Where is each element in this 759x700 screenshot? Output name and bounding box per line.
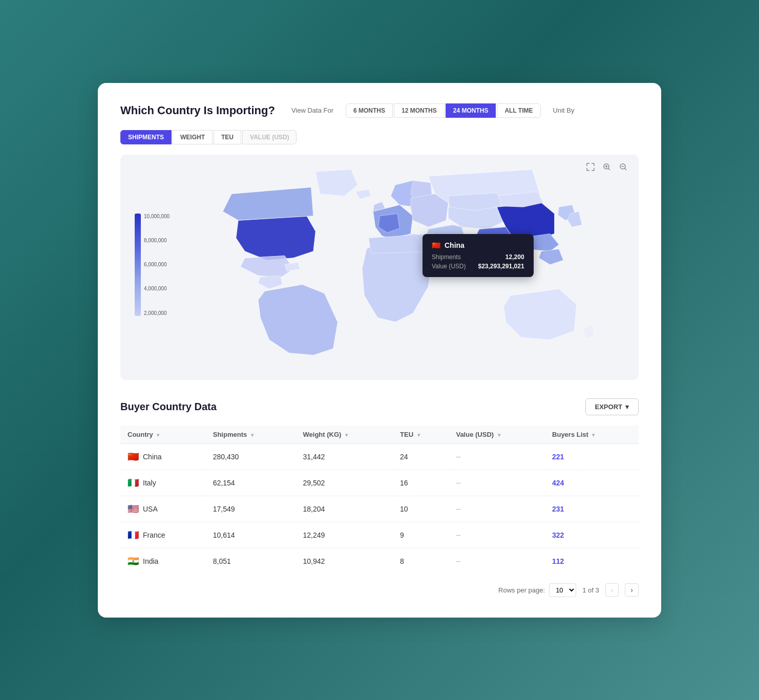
next-page-button[interactable]: › bbox=[625, 583, 639, 597]
flag-4: 🇮🇳 bbox=[128, 556, 139, 567]
legend-label-8m: 8,000,000 bbox=[144, 238, 170, 243]
country-tooltip: 🇨🇳 China Shipments 12,200 Value (USD) $2… bbox=[423, 234, 534, 277]
table-section: Buyer Country Data EXPORT ▾ Country ▾ Sh… bbox=[120, 398, 639, 597]
cell-weight-0: 31,442 bbox=[296, 443, 393, 470]
table-header-row-cols: Country ▾ Shipments ▾ Weight (KG) ▾ TEU … bbox=[120, 426, 639, 444]
export-button[interactable]: EXPORT ▾ bbox=[585, 398, 639, 415]
world-map[interactable] bbox=[166, 163, 628, 357]
cell-value-3: -- bbox=[449, 522, 545, 548]
prev-page-button[interactable]: ‹ bbox=[605, 583, 619, 597]
cell-value-4: -- bbox=[449, 548, 545, 574]
cell-teu-4: 8 bbox=[393, 548, 449, 574]
col-teu[interactable]: TEU ▾ bbox=[393, 426, 449, 444]
buyers-link-1[interactable]: 424 bbox=[552, 479, 564, 487]
col-weight[interactable]: Weight (KG) ▾ bbox=[296, 426, 393, 444]
table-section-title: Buyer Country Data bbox=[120, 401, 217, 413]
cell-buyers-1[interactable]: 424 bbox=[545, 470, 639, 496]
btn-6months[interactable]: 6 MONTHS bbox=[346, 103, 393, 118]
sort-shipments-icon: ▾ bbox=[251, 432, 254, 438]
btn-weight[interactable]: WEIGHT bbox=[173, 130, 213, 144]
cell-shipments-3: 10,614 bbox=[206, 522, 296, 548]
sort-weight-icon: ▾ bbox=[345, 432, 348, 438]
svg-line-5 bbox=[625, 168, 627, 170]
buyers-link-0[interactable]: 221 bbox=[552, 453, 564, 461]
page-header: Which Country Is Importing? View Data Fo… bbox=[120, 103, 639, 144]
btn-12months[interactable]: 12 MONTHS bbox=[394, 103, 445, 118]
page-title: Which Country Is Importing? bbox=[120, 104, 275, 117]
buyers-link-2[interactable]: 231 bbox=[552, 505, 564, 513]
main-card: Which Country Is Importing? View Data Fo… bbox=[98, 83, 661, 618]
cell-value-1: -- bbox=[449, 470, 545, 496]
flag-0: 🇨🇳 bbox=[128, 451, 139, 462]
export-chevron-icon: ▾ bbox=[625, 403, 629, 411]
country-name-4: India bbox=[143, 557, 158, 565]
table-head: Country ▾ Shipments ▾ Weight (KG) ▾ TEU … bbox=[120, 426, 639, 444]
cell-weight-2: 18,204 bbox=[296, 496, 393, 522]
table-row: 🇮🇳 India 8,051 10,942 8 -- 112 bbox=[120, 548, 639, 574]
sort-value-icon: ▾ bbox=[498, 432, 500, 438]
map-legend: 10,000,000 8,000,000 6,000,000 4,000,000… bbox=[135, 214, 176, 321]
cell-value-2: -- bbox=[449, 496, 545, 522]
rows-per-page-select[interactable]: 10 25 50 bbox=[549, 583, 576, 597]
cell-country-1: 🇮🇹 Italy bbox=[120, 470, 206, 496]
cell-shipments-2: 17,549 bbox=[206, 496, 296, 522]
tooltip-value-label: Value (USD) bbox=[432, 263, 466, 270]
cell-buyers-2[interactable]: 231 bbox=[545, 496, 639, 522]
buyer-country-table: Country ▾ Shipments ▾ Weight (KG) ▾ TEU … bbox=[120, 426, 639, 574]
tooltip-shipments-value: 12,200 bbox=[505, 253, 524, 261]
cell-teu-3: 9 bbox=[393, 522, 449, 548]
pagination-row: Rows per page: 10 25 50 1 of 3 ‹ › bbox=[120, 583, 639, 597]
time-period-selector: 6 MONTHS 12 MONTHS 24 MONTHS ALL TIME bbox=[346, 103, 541, 118]
svg-line-1 bbox=[608, 168, 610, 170]
legend-label-2m: 2,000,000 bbox=[144, 310, 170, 316]
cell-country-2: 🇺🇸 USA bbox=[120, 496, 206, 522]
btn-value-usd[interactable]: VALUE (USD) bbox=[242, 130, 297, 144]
cell-teu-1: 16 bbox=[393, 470, 449, 496]
flag-2: 🇺🇸 bbox=[128, 503, 139, 515]
legend-label-10m: 10,000,000 bbox=[144, 214, 170, 219]
cell-buyers-0[interactable]: 221 bbox=[545, 443, 639, 470]
rows-per-page: Rows per page: 10 25 50 bbox=[498, 583, 576, 597]
btn-alltime[interactable]: ALL TIME bbox=[497, 103, 540, 118]
cell-value-0: -- bbox=[449, 443, 545, 470]
cell-weight-3: 12,249 bbox=[296, 522, 393, 548]
table-row: 🇺🇸 USA 17,549 18,204 10 -- 231 bbox=[120, 496, 639, 522]
buyers-link-3[interactable]: 322 bbox=[552, 531, 564, 539]
expand-map-button[interactable] bbox=[584, 162, 597, 174]
table-body: 🇨🇳 China 280,430 31,442 24 -- 221 🇮🇹 Ita… bbox=[120, 443, 639, 574]
tooltip-shipments-row: Shipments 12,200 bbox=[432, 253, 524, 261]
country-name-2: USA bbox=[143, 505, 158, 513]
tooltip-country-name: 🇨🇳 China bbox=[432, 241, 524, 249]
unit-by-label: Unit By bbox=[553, 107, 575, 114]
col-buyers[interactable]: Buyers List ▾ bbox=[545, 426, 639, 444]
table-row: 🇮🇹 Italy 62,154 29,502 16 -- 424 bbox=[120, 470, 639, 496]
flag-3: 🇫🇷 bbox=[128, 529, 139, 541]
unit-selector: SHIPMENTS WEIGHT TEU VALUE (USD) bbox=[120, 130, 297, 144]
legend-label-6m: 6,000,000 bbox=[144, 262, 170, 267]
buyers-link-4[interactable]: 112 bbox=[552, 557, 564, 565]
btn-shipments[interactable]: SHIPMENTS bbox=[120, 130, 172, 144]
cell-weight-1: 29,502 bbox=[296, 470, 393, 496]
col-shipments[interactable]: Shipments ▾ bbox=[206, 426, 296, 444]
cell-weight-4: 10,942 bbox=[296, 548, 393, 574]
tooltip-shipments-label: Shipments bbox=[432, 253, 461, 261]
rows-per-page-label: Rows per page: bbox=[498, 586, 545, 594]
map-section: 10,000,000 8,000,000 6,000,000 4,000,000… bbox=[120, 155, 639, 380]
cell-shipments-4: 8,051 bbox=[206, 548, 296, 574]
zoom-in-button[interactable] bbox=[601, 162, 613, 174]
cell-country-3: 🇫🇷 France bbox=[120, 522, 206, 548]
cell-shipments-1: 62,154 bbox=[206, 470, 296, 496]
cell-buyers-3[interactable]: 322 bbox=[545, 522, 639, 548]
table-header-row: Buyer Country Data EXPORT ▾ bbox=[120, 398, 639, 415]
btn-teu[interactable]: TEU bbox=[214, 130, 241, 144]
country-name-0: China bbox=[143, 453, 162, 461]
btn-24months[interactable]: 24 MONTHS bbox=[446, 103, 496, 118]
sort-buyers-icon: ▾ bbox=[592, 432, 595, 438]
country-name-1: Italy bbox=[143, 479, 156, 487]
col-value[interactable]: Value (USD) ▾ bbox=[449, 426, 545, 444]
zoom-out-button[interactable] bbox=[617, 162, 629, 174]
cell-shipments-0: 280,430 bbox=[206, 443, 296, 470]
col-country[interactable]: Country ▾ bbox=[120, 426, 206, 444]
table-row: 🇫🇷 France 10,614 12,249 9 -- 322 bbox=[120, 522, 639, 548]
cell-buyers-4[interactable]: 112 bbox=[545, 548, 639, 574]
